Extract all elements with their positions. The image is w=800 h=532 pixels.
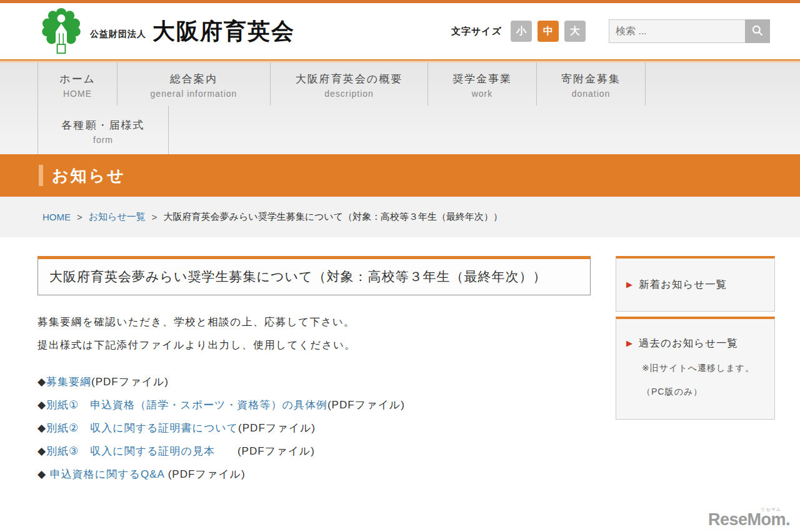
nav-item-donation[interactable]: 寄附金募集 donation — [536, 62, 646, 106]
arrow-right-icon: ▶ — [626, 280, 632, 289]
search-icon — [751, 24, 764, 39]
attachment-link-qa[interactable]: 申込資格に関するQ&A — [50, 468, 164, 480]
nav-item-label: 大阪府育英会の概要 — [296, 72, 402, 86]
diamond-bullet-icon: ◆ — [38, 445, 46, 457]
breadcrumb-separator: > — [77, 212, 82, 222]
nav-item-sublabel: general information — [151, 89, 238, 99]
diamond-bullet-icon: ◆ — [38, 399, 46, 411]
nav-item-label: 奨学金事業 — [452, 72, 512, 86]
sidebar-note-pc-only: （PC版のみ） — [626, 387, 764, 398]
attachment-link-appendix-3[interactable]: 別紙③ 収入に関する証明の見本 — [46, 445, 215, 457]
search-button[interactable] — [745, 19, 770, 43]
resemom-watermark-ruby: リセマム — [761, 507, 781, 511]
diamond-bullet-icon: ◆ — [38, 422, 46, 434]
resemom-watermark: ReseMom. リセマム — [708, 511, 790, 528]
attachment-link-guidelines[interactable]: 募集要綱 — [46, 376, 91, 388]
nav-item-label: 寄附金募集 — [561, 72, 621, 86]
nav-item-scholarship-work[interactable]: 奨学金事業 work — [428, 62, 536, 106]
article-paragraph: 提出様式は下記添付ファイルより出力し、使用してください。 — [38, 338, 591, 352]
tree-logo-icon — [41, 7, 81, 55]
attachment-suffix: (PDFファイル) — [328, 399, 405, 411]
nav-item-sublabel: donation — [572, 89, 611, 99]
header: 公益財団法人 大阪府育英会 文字サイズ 小 中 大 — [0, 3, 800, 59]
attachment-suffix: (PDFファイル) — [91, 376, 169, 388]
attachment-list: ◆募集要綱(PDFファイル) ◆別紙① 申込資格（語学・スポーツ・資格等）の具体… — [38, 375, 591, 481]
nav-item-sublabel: form — [93, 135, 113, 145]
main-nav: ホーム HOME 総合案内 general information 大阪府育英会… — [0, 59, 800, 154]
breadcrumb: HOME > お知らせ一覧 > 大阪府育英会夢みらい奨学生募集について（対象：高… — [0, 197, 800, 237]
article: 大阪府育英会夢みらい奨学生募集について（対象：高校等３年生（最終年次）） 募集要… — [38, 256, 591, 490]
diamond-bullet-icon: ◆ — [38, 376, 46, 388]
nav-item-sublabel: description — [324, 89, 374, 99]
nav-item-label: 総合案内 — [170, 72, 218, 86]
search-box — [609, 19, 770, 43]
page: 公益財団法人 大阪府育英会 文字サイズ 小 中 大 — [0, 0, 800, 532]
attachment-suffix: (PDFファイル) — [164, 468, 246, 480]
nav-item-sublabel: HOME — [63, 89, 92, 99]
font-size-label: 文字サイズ — [451, 26, 502, 37]
attachment-suffix: (PDFファイル) — [215, 445, 315, 457]
attachment-item: ◆別紙③ 収入に関する証明の見本 (PDFファイル) — [38, 444, 591, 458]
sidebar-box-new-notices: ▶新着お知らせ一覧 — [616, 256, 775, 312]
sidebar-link-past-notices[interactable]: 過去のお知らせ一覧 — [639, 337, 738, 348]
search-input[interactable] — [609, 19, 745, 43]
nav-row-1: ホーム HOME 総合案内 general information 大阪府育英会… — [0, 62, 800, 106]
nav-item-description[interactable]: 大阪府育英会の概要 description — [270, 62, 428, 106]
attachment-item: ◆募集要綱(PDFファイル) — [38, 375, 591, 389]
breadcrumb-link-news-list[interactable]: お知らせ一覧 — [89, 211, 146, 223]
article-title-box: 大阪府育英会夢みらい奨学生募集について（対象：高校等３年生（最終年次）） — [38, 256, 591, 295]
sidebar-link-new-notices[interactable]: 新着お知らせ一覧 — [639, 278, 727, 290]
nav-item-general-information[interactable]: 総合案内 general information — [117, 62, 270, 106]
breadcrumb-current-page: 大阪府育英会夢みらい奨学生募集について（対象：高校等３年生（最終年次）） — [164, 211, 502, 223]
site-logo-home-link[interactable]: 公益財団法人 大阪府育英会 — [41, 7, 295, 55]
attachment-link-appendix-2[interactable]: 別紙② 収入に関する証明書について — [46, 422, 238, 434]
arrow-right-icon: ▶ — [626, 338, 632, 348]
sidebar: ▶新着お知らせ一覧 ▶過去のお知らせ一覧 ※旧サイトへ遷移します。 （PC版のみ… — [616, 256, 775, 490]
sidebar-box-past-notices: ▶過去のお知らせ一覧 ※旧サイトへ遷移します。 （PC版のみ） — [616, 317, 775, 420]
attachment-item: ◆ 申込資格に関するQ&A (PDFファイル) — [38, 467, 591, 481]
attachment-link-appendix-1[interactable]: 別紙① 申込資格（語学・スポーツ・資格等）の具体例 — [46, 399, 328, 411]
header-controls: 文字サイズ 小 中 大 — [451, 19, 770, 43]
nav-item-label: 各種願・届様式 — [62, 118, 145, 132]
nav-item-home[interactable]: ホーム HOME — [38, 62, 117, 106]
attachment-item: ◆別紙① 申込資格（語学・スポーツ・資格等）の具体例(PDFファイル) — [38, 398, 591, 412]
nav-row-2: 各種願・届様式 form — [0, 106, 800, 154]
attachment-item: ◆別紙② 収入に関する証明書について(PDFファイル) — [38, 421, 591, 435]
attachment-suffix: (PDFファイル) — [238, 422, 316, 434]
font-size-large-button[interactable]: 大 — [564, 21, 586, 42]
org-type-label: 公益財団法人 — [90, 29, 146, 40]
nav-item-sublabel: work — [472, 89, 493, 99]
nav-item-forms[interactable]: 各種願・届様式 form — [38, 106, 169, 154]
article-body: 募集要綱を確認いただき、学校と相談の上、応募して下さい。 提出様式は下記添付ファ… — [38, 315, 591, 352]
main-content: 大阪府育英会夢みらい奨学生募集について（対象：高校等３年生（最終年次）） 募集要… — [0, 237, 800, 490]
page-banner: お知らせ — [0, 154, 800, 197]
breadcrumb-link-home[interactable]: HOME — [42, 212, 71, 222]
article-paragraph: 募集要綱を確認いただき、学校と相談の上、応募して下さい。 — [38, 315, 591, 329]
font-size-medium-button[interactable]: 中 — [538, 21, 559, 42]
sidebar-note-old-site: ※旧サイトへ遷移します。 — [626, 363, 764, 374]
nav-item-label: ホーム — [59, 72, 96, 86]
breadcrumb-separator: > — [152, 212, 158, 222]
resemom-watermark-text: ReseMom. — [708, 510, 790, 529]
font-size-small-button[interactable]: 小 — [511, 21, 532, 42]
diamond-bullet-icon: ◆ — [38, 468, 50, 480]
site-title: 大阪府育英会 — [152, 16, 295, 47]
banner-accent-bar — [39, 165, 43, 186]
page-section-title: お知らせ — [52, 165, 126, 187]
